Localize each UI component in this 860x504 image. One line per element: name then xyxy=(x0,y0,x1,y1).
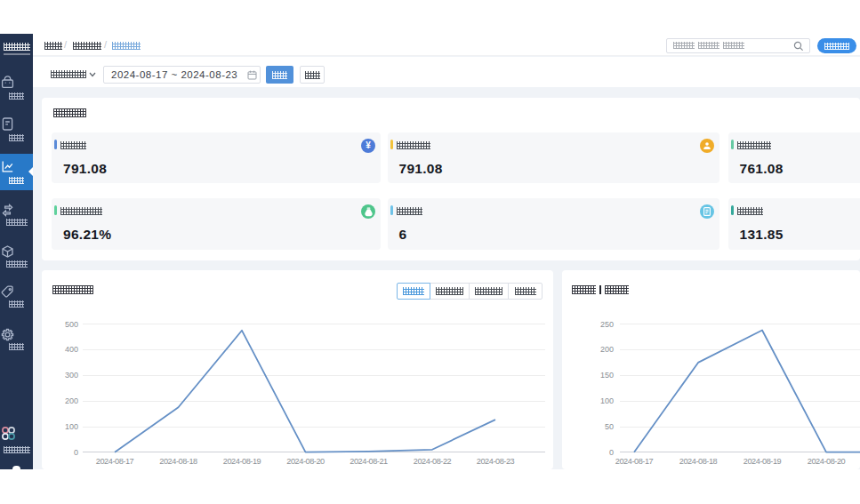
svg-text:400: 400 xyxy=(65,345,78,354)
svg-text:2024-08-17: 2024-08-17 xyxy=(96,457,134,466)
svg-text:0: 0 xyxy=(609,448,614,457)
svg-text:2024-08-17: 2024-08-17 xyxy=(615,457,654,466)
svg-text:2024-08-22: 2024-08-22 xyxy=(414,457,452,466)
svg-text:50: 50 xyxy=(605,422,614,431)
svg-text:100: 100 xyxy=(600,396,614,405)
svg-text:300: 300 xyxy=(65,371,78,380)
svg-text:2024-08-18: 2024-08-18 xyxy=(679,457,718,466)
svg-text:250: 250 xyxy=(600,320,614,329)
svg-text:2024-08-19: 2024-08-19 xyxy=(223,457,261,466)
svg-text:100: 100 xyxy=(65,422,78,431)
svg-text:200: 200 xyxy=(65,396,78,405)
svg-text:0: 0 xyxy=(74,448,78,457)
svg-text:500: 500 xyxy=(65,320,78,329)
svg-text:2024-08-19: 2024-08-19 xyxy=(743,457,782,466)
svg-text:2024-08-20: 2024-08-20 xyxy=(286,457,325,466)
svg-text:150: 150 xyxy=(600,371,614,380)
svg-text:2024-08-23: 2024-08-23 xyxy=(477,457,515,466)
svg-text:2024-08-20: 2024-08-20 xyxy=(808,457,846,466)
svg-text:200: 200 xyxy=(600,345,614,354)
svg-text:2024-08-18: 2024-08-18 xyxy=(159,457,197,466)
svg-text:2024-08-21: 2024-08-21 xyxy=(350,457,388,466)
